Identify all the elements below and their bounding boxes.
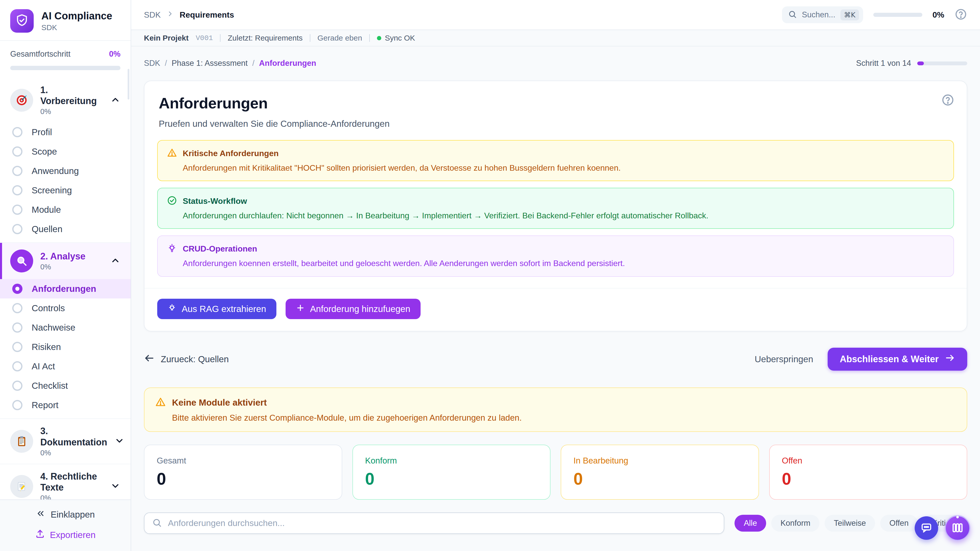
- collapse-sidebar-button[interactable]: Einklappen: [36, 509, 95, 520]
- sidebar-item-nachweise[interactable]: Nachweise: [0, 318, 130, 337]
- app-subtitle: SDK: [41, 23, 112, 32]
- sidebar-section-analyse: 2. Analyse 0% Anforderungen Controls Nac…: [0, 242, 130, 418]
- stat-card-gesamt: Gesamt 0: [144, 445, 342, 500]
- help-icon[interactable]: [955, 8, 967, 22]
- sidebar-item-module[interactable]: Module: [0, 200, 130, 219]
- upload-icon: [35, 529, 45, 541]
- breadcrumb-anforderungen: Anforderungen: [259, 59, 316, 68]
- step-progress-bar: [917, 62, 967, 65]
- magnifier-icon: [10, 249, 33, 272]
- sidebar-section-rechtliche-texte: 4. Rechtliche Texte 0%: [0, 464, 130, 499]
- section-header-dokumentation[interactable]: 3. Dokumentation 0%: [0, 419, 130, 464]
- page-breadcrumb: SDK / Phase 1: Assessment / Anforderunge…: [144, 59, 316, 68]
- step-radio: [12, 342, 22, 352]
- step-radio: [12, 146, 22, 157]
- divider: [369, 34, 370, 42]
- sidebar-item-quellen[interactable]: Quellen: [0, 219, 130, 239]
- chat-assistant-button[interactable]: [915, 516, 938, 540]
- extract-from-rag-button[interactable]: Aus RAG extrahieren: [157, 299, 277, 319]
- app-title-block: AI Compliance SDK: [41, 10, 112, 32]
- alert-status-workflow: Status-Workflow Anforderungen durchlaufe…: [157, 188, 954, 229]
- step-radio: [12, 185, 22, 195]
- sidebar-section-dokumentation: 3. Dokumentation 0%: [0, 418, 130, 464]
- global-search[interactable]: Suchen... ⌘K: [782, 6, 863, 23]
- stats-row: Gesamt 0 Konform 0 In Bearbeitung 0 Offe…: [144, 445, 967, 500]
- back-to-quellen-button[interactable]: Zurueck: Quellen: [144, 353, 229, 365]
- filter-pill-konform[interactable]: Konform: [771, 515, 819, 532]
- sidebar-item-report[interactable]: Report: [0, 395, 130, 415]
- complete-and-next-button[interactable]: Abschliessen & Weiter: [828, 348, 967, 371]
- skip-button[interactable]: Ueberspringen: [755, 354, 813, 364]
- section-label: 2. Analyse: [40, 251, 103, 262]
- last-saved-time: Gerade eben: [318, 34, 362, 42]
- sync-label: Sync OK: [385, 34, 415, 42]
- section-percent: 0%: [40, 494, 103, 499]
- step-radio: [12, 205, 22, 215]
- breadcrumb-current: Requirements: [180, 10, 234, 20]
- add-requirement-button[interactable]: Anforderung hinzufuegen: [286, 299, 421, 319]
- sidebar-item-checklist[interactable]: Checklist: [0, 376, 130, 395]
- step-radio: [12, 127, 22, 137]
- plus-icon: [296, 303, 305, 314]
- filter-pill-alle[interactable]: Alle: [735, 515, 766, 532]
- arrow-left-icon: [144, 353, 155, 365]
- step-radio: [12, 322, 22, 333]
- section-label: 4. Rechtliche Texte: [40, 471, 103, 493]
- memo-pencil-icon: [10, 475, 33, 498]
- filter-row: Alle Konform Teilweise Offen Kritisch: [144, 513, 967, 534]
- kanban-board-button[interactable]: [945, 515, 970, 541]
- no-modules-warning: Keine Module aktiviert Bitte aktivieren …: [144, 387, 967, 432]
- chevron-right-icon: [166, 10, 174, 20]
- section-percent: 0%: [40, 449, 107, 457]
- section-label: 1. Vorbereitung: [40, 84, 103, 106]
- section-percent: 0%: [40, 263, 103, 271]
- export-button[interactable]: Exportieren: [35, 529, 96, 541]
- app-logo: [10, 9, 34, 33]
- page-subtitle: Pruefen und verwalten Sie die Compliance…: [159, 119, 953, 129]
- warning-triangle-icon: [167, 148, 177, 159]
- section-header-vorbereitung[interactable]: 1. Vorbereitung 0%: [0, 78, 130, 122]
- overall-progress-value: 0%: [109, 49, 121, 59]
- anforderungen-card: Anforderungen Pruefen und verwalten Sie …: [144, 81, 967, 331]
- last-step: Zuletzt: Requirements: [228, 34, 302, 42]
- sidebar-item-risiken[interactable]: Risiken: [0, 337, 130, 357]
- filter-pill-offen[interactable]: Offen: [880, 515, 918, 532]
- section-header-analyse[interactable]: 2. Analyse 0%: [0, 243, 130, 279]
- sidebar-item-controls[interactable]: Controls: [0, 299, 130, 318]
- overall-progress: Gesamtfortschritt 0%: [0, 41, 130, 78]
- columns-icon: [951, 521, 964, 535]
- main-area: SDK Requirements Suchen... ⌘K 0%: [131, 0, 980, 551]
- wizard-navigation: Zurueck: Quellen Ueberspringen Abschlies…: [144, 348, 967, 371]
- warning-triangle-icon: [155, 397, 166, 408]
- chevron-down-icon: [110, 481, 121, 492]
- stat-card-konform: Konform 0: [352, 445, 551, 500]
- sync-ok-dot: [377, 36, 381, 40]
- sync-status: Sync OK: [377, 34, 415, 42]
- sidebar-item-scope[interactable]: Scope: [0, 142, 130, 161]
- help-icon[interactable]: [941, 94, 955, 108]
- sidebar-item-ai-act[interactable]: AI Act: [0, 357, 130, 376]
- step-radio: [12, 381, 22, 391]
- sidebar-item-anwendung[interactable]: Anwendung: [0, 161, 130, 181]
- page-title: Anforderungen: [159, 94, 953, 112]
- divider: [310, 34, 310, 42]
- chevron-down-icon: [115, 436, 124, 447]
- requirements-search-input[interactable]: [168, 518, 716, 528]
- sidebar-item-anforderungen[interactable]: Anforderungen: [0, 279, 130, 299]
- arrow-right-icon: [945, 353, 955, 365]
- breadcrumb-sdk[interactable]: SDK: [144, 59, 160, 68]
- sidebar-item-profil[interactable]: Profil: [0, 122, 130, 142]
- search-icon: [788, 10, 797, 20]
- app-name: AI Compliance: [41, 10, 112, 22]
- alert-crud-operationen: CRUD-Operationen Anforderungen koennen e…: [157, 235, 954, 276]
- sidebar-item-screening[interactable]: Screening: [0, 181, 130, 200]
- lightbulb-icon: [167, 303, 177, 314]
- step-radio: [12, 400, 22, 410]
- breadcrumb-phase[interactable]: Phase 1: Assessment: [172, 59, 248, 68]
- step-radio: [12, 166, 22, 176]
- stat-card-offen: Offen 0: [769, 445, 967, 500]
- breadcrumb-root[interactable]: SDK: [144, 10, 161, 20]
- filter-pill-teilweise[interactable]: Teilweise: [824, 515, 875, 532]
- section-header-rechtliche-texte[interactable]: 4. Rechtliche Texte 0%: [0, 464, 130, 499]
- step-indicator: Schritt 1 von 14: [856, 59, 967, 68]
